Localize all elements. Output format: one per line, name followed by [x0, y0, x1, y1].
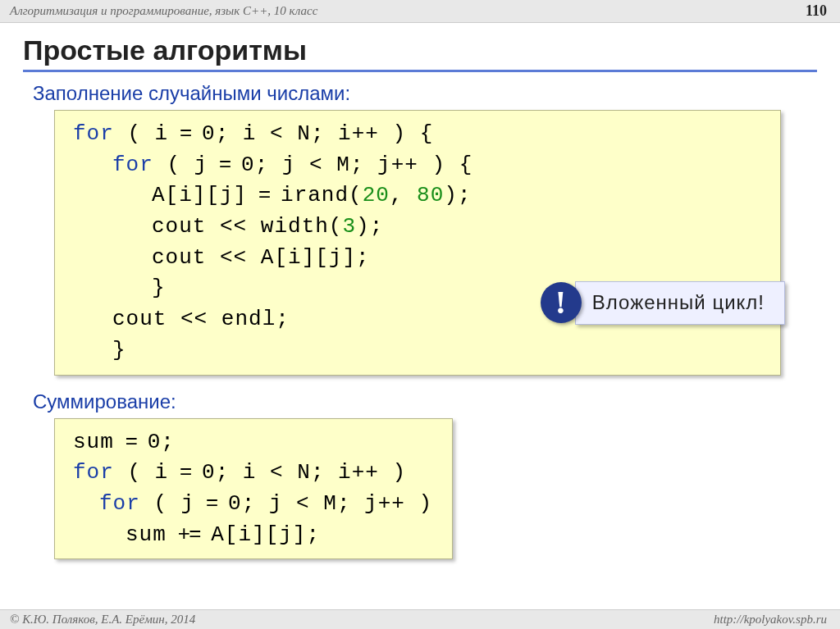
- page-title: Простые алгоритмы: [23, 34, 817, 66]
- title-underline: [23, 70, 817, 72]
- footer-copyright: © К.Ю. Поляков, Е.А. Ерёмин, 2014: [10, 613, 195, 627]
- page-number: 110: [806, 2, 827, 20]
- code-line: cout << width(3);: [73, 212, 762, 243]
- section2-label: Суммирование:: [33, 390, 817, 413]
- header-bar: Алгоритмизация и программирование, язык …: [0, 0, 840, 23]
- code-line: }: [73, 335, 762, 367]
- code-line: cout << A[i][j];: [73, 243, 762, 274]
- code-line: sum += A[i][j];: [73, 520, 434, 551]
- code-box-fill-random: for ( i = 0; i < N; i++ ) { for ( j = 0;…: [54, 110, 781, 376]
- footer-bar: © К.Ю. Поляков, Е.А. Ерёмин, 2014 http:/…: [0, 609, 840, 629]
- code-line: A[i][j] = irand(20, 80);: [73, 180, 762, 212]
- callout-nested-loop: ! Вложенный цикл!: [541, 281, 785, 325]
- section1-label: Заполнение случайными числами:: [33, 82, 817, 105]
- code-line: for ( j = 0; j < M; j++ ): [73, 489, 434, 520]
- code-box-summation: sum = 0; for ( i = 0; i < N; i++ ) for (…: [54, 418, 453, 560]
- callout-text: Вложенный цикл!: [575, 281, 785, 325]
- footer-url: http://kpolyakov.spb.ru: [714, 613, 827, 627]
- code-line: sum = 0;: [73, 427, 434, 458]
- exclamation-icon: !: [541, 282, 582, 323]
- main-content: Простые алгоритмы Заполнение случайными …: [0, 23, 840, 559]
- code-line: for ( j = 0; j < M; j++ ) {: [73, 150, 762, 181]
- code-line: for ( i = 0; i < N; i++ ) {: [73, 119, 762, 150]
- code-line: for ( i = 0; i < N; i++ ): [73, 458, 434, 489]
- breadcrumb: Алгоритмизация и программирование, язык …: [10, 4, 317, 18]
